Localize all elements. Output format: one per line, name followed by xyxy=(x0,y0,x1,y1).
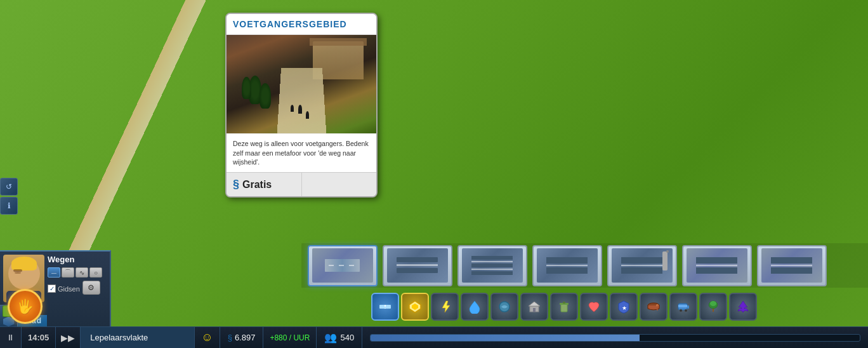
guide-checkbox[interactable]: ✓ Gidsen xyxy=(48,284,80,293)
svg-point-18 xyxy=(685,309,687,312)
svg-point-17 xyxy=(680,309,682,312)
road-items-row xyxy=(301,243,868,288)
water-icon xyxy=(468,300,482,314)
svg-rect-19 xyxy=(687,305,689,309)
government-icon xyxy=(527,300,541,314)
checkbox-box: ✓ xyxy=(48,284,56,293)
toolbar-btn-education[interactable] xyxy=(640,293,667,321)
side-panel-left: ↺ ℹ xyxy=(0,178,18,254)
population-count: 540 xyxy=(340,333,354,342)
character-info: Wegen — ⌒ ∿ ○ ✓ Gidsen ⚙ xyxy=(48,255,107,295)
svg-point-22 xyxy=(710,301,716,306)
pause-button[interactable]: II xyxy=(0,327,22,349)
status-bar: II 14:05 ▶▶ Lepelaarsvlakte ☺ § 6.897 +8… xyxy=(0,326,868,348)
tool-btn-curve2[interactable]: ∿ xyxy=(76,267,88,278)
toolbar-btn-transport[interactable] xyxy=(669,293,697,321)
status-population: 👥 540 xyxy=(317,327,362,348)
status-time: 14:05 xyxy=(22,327,56,348)
tool-btn-circle[interactable]: ○ xyxy=(89,267,102,278)
avatar-head xyxy=(8,258,40,290)
toolbar-btn-safety[interactable]: ★ xyxy=(610,293,638,321)
road-item-1[interactable] xyxy=(308,245,378,286)
road-item-3[interactable] xyxy=(457,245,527,286)
status-progress xyxy=(362,327,868,348)
tooltip-cost-left: § Gratis xyxy=(227,173,302,196)
transport-icon xyxy=(676,300,690,314)
toolbar-icons-row: ★ xyxy=(368,291,868,323)
tool-icons: — ⌒ ∿ ○ xyxy=(48,267,107,278)
road-item-7[interactable] xyxy=(757,245,827,286)
tooltip-cost-right xyxy=(302,173,377,196)
progress-bar-container xyxy=(370,334,860,342)
svg-rect-8 xyxy=(561,304,567,312)
svg-rect-16 xyxy=(678,305,687,307)
tooltip-cost-label: Gratis xyxy=(242,179,272,191)
pause-icon: II xyxy=(8,333,13,342)
tooltip-arrow xyxy=(258,196,273,197)
speed-icon: ▶▶ xyxy=(61,333,75,343)
toolbar-btn-garbage[interactable] xyxy=(550,293,578,321)
action-button[interactable]: 🖐 xyxy=(8,289,43,324)
toolbar-btn-disasters[interactable] xyxy=(729,293,757,321)
money-symbol: § xyxy=(228,333,232,342)
road-item-5[interactable] xyxy=(607,245,677,286)
toolbar-btn-roads[interactable] xyxy=(371,293,399,321)
svg-marker-6 xyxy=(529,302,540,306)
garbage-icon xyxy=(557,300,571,314)
settings-button[interactable]: ⚙ xyxy=(82,281,100,295)
progress-bar-fill xyxy=(371,335,640,341)
toolbar-btn-sewage[interactable] xyxy=(490,293,518,321)
action-icon: 🖐 xyxy=(16,298,34,315)
road-item-2[interactable] xyxy=(383,245,452,286)
toolbar-btn-health[interactable] xyxy=(580,293,608,321)
side-btn-rotate[interactable]: ↺ xyxy=(0,178,18,196)
simoleon-symbol: § xyxy=(233,178,239,191)
population-icon: 👥 xyxy=(324,331,337,344)
toolbar-btn-zone[interactable] xyxy=(401,293,429,321)
happiness-icon: ☺ xyxy=(201,331,213,344)
money-amount: 6.897 xyxy=(235,333,256,342)
toolbar-btn-government[interactable] xyxy=(520,293,548,321)
power-icon xyxy=(438,300,452,314)
svg-rect-7 xyxy=(533,308,536,312)
status-happiness: ☺ xyxy=(195,327,220,348)
svg-text:★: ★ xyxy=(622,305,627,311)
side-btn-info[interactable]: ℹ xyxy=(0,197,18,215)
status-money: § 6.897 xyxy=(220,327,264,348)
tool-btn-curve1[interactable]: ⌒ xyxy=(62,267,74,278)
character-name: Wegen xyxy=(48,255,107,264)
health-icon xyxy=(587,300,601,314)
road-item-4[interactable] xyxy=(532,245,602,286)
toolbar-btn-parks[interactable] xyxy=(699,293,727,321)
tool-btn-straight[interactable]: — xyxy=(48,267,60,278)
disasters-icon xyxy=(736,300,750,314)
tooltip-cost-row: § Gratis xyxy=(227,172,376,196)
guide-label: Gidsen xyxy=(58,285,80,293)
education-icon xyxy=(647,300,661,314)
safety-icon: ★ xyxy=(617,300,631,314)
tooltip-description: Deze weg is alleen voor voetgangers. Bed… xyxy=(227,133,376,172)
tooltip-title: VOETGANGERSGEBIED xyxy=(227,14,376,35)
road-item-6[interactable] xyxy=(682,245,752,286)
guide-row: ✓ Gidsen ⚙ xyxy=(48,281,107,295)
toolbar-btn-water[interactable] xyxy=(461,293,489,321)
svg-rect-10 xyxy=(563,302,565,304)
avatar-helmet xyxy=(11,257,37,271)
roads-icon xyxy=(378,300,392,314)
status-speed-button[interactable]: ▶▶ xyxy=(56,327,81,348)
zone-icon xyxy=(408,300,422,314)
parks-icon xyxy=(706,300,720,314)
toolbar-btn-power[interactable] xyxy=(431,293,459,321)
money-income: +880 / UUR xyxy=(263,327,317,348)
sewage-icon xyxy=(497,300,511,314)
tooltip-popup: VOETGANGERSGEBIED Deze weg is alleen voo… xyxy=(225,13,378,197)
tooltip-image xyxy=(227,35,376,133)
status-city-name: Lepelaarsvlakte xyxy=(81,327,195,348)
